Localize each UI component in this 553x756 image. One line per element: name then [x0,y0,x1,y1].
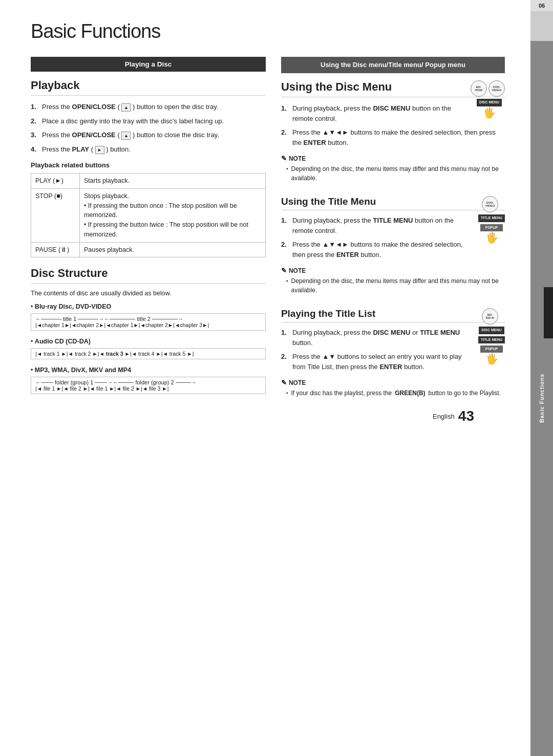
chapter-number: 06 [530,0,553,11]
title-list-icons: BD-RE/-R DISC MENU TITLE MENU POPUP 🖐 [475,308,505,364]
open-close-icon: ▲ [121,103,131,112]
disc-subsection-mp3: • MP3, WMA, DivX, MKV and MP4 ← folder (… [31,366,266,394]
title-menu-section: DVD-VIDEO TITLE MENU POPUP 🖐 Using the T… [281,196,505,300]
title-list-remote: DISC MENU TITLE MENU POPUP 🖐 [478,327,505,364]
play-icon: ► [95,146,104,154]
black-accent-block [544,287,553,338]
pause-value: Pauses playback. [80,242,266,257]
section-header-disc-menu-bar: Using the Disc menu/Title menu/ Popup me… [281,57,505,73]
mp3-diagram: ← folder (group) 1 →← folder (group) 2 → [31,377,266,394]
dvd-video-badge2: DVD-VIDEO [482,196,498,212]
bluray-diagram: ← title 1 →← title 2 → |◄chapter 1►|◄cha [31,313,266,331]
title-menu-remote: TITLE MENU POPUP 🖐 [478,214,505,243]
stop-key: STOP (■) [31,188,80,242]
playback-step-4: Press the PLAY ( ► ) button. [31,144,266,155]
table-row: PAUSE (⏸) Pauses playback. [31,242,266,257]
title-list-steps: During playback, press the DISC MENU or … [281,328,505,372]
play-key: PLAY (►) [31,174,80,189]
disc-menu-note: NOTE Depending on the disc, the menu ite… [281,155,505,183]
table-row: PLAY (►) Starts playback. [31,174,266,189]
page-title: Basic Functions [31,20,505,42]
title-menu-note: NOTE Depending on the disc, the menu ite… [281,267,505,295]
title-list-section: BD-RE/-R DISC MENU TITLE MENU POPUP 🖐 Pl… [281,308,505,403]
footer-text: English [433,413,455,420]
playback-table: PLAY (►) Starts playback. STOP (■) Stops… [31,173,266,257]
title-list-step-1: During playback, press the DISC MENU or … [281,328,469,348]
pause-key: PAUSE (⏸) [31,242,80,257]
disc-menu-step-1: During playback, press the DISC MENU but… [281,103,464,123]
title-menu-icons: DVD-VIDEO TITLE MENU POPUP 🖐 [475,196,505,243]
playback-step-2: Place a disc gently into the tray with t… [31,116,266,126]
section-title-playback: Playback [31,79,266,96]
section-header-playing-disc: Playing a Disc [31,57,266,72]
disc-menu-icons: BD-ROM DVD-VIDEO DISC MENU 🖐 [471,80,505,117]
play-value: Starts playback. [80,174,266,189]
page-number: 43 [458,408,474,424]
disc-menu-remote: DISC MENU 🖐 [477,99,502,117]
playback-buttons-label: Playback related buttons [31,161,266,169]
side-tab: 06 Basic Functions [530,0,553,756]
playback-steps: Press the OPEN/CLOSE ( ▲ ) button to ope… [31,102,266,154]
title-menu-steps: During playback, press the TITLE MENU bu… [281,215,505,260]
section-title-disc-structure: Disc Structure [31,267,266,284]
footer: English 43 [31,403,505,429]
title-list-step-2: Press the ▲▼ buttons to select an entry … [281,352,469,372]
disc-structure-intro: The contents of disc are usually divided… [31,290,266,297]
disc-menu-step-2: Press the ▲▼◄► buttons to make the desir… [281,127,505,147]
title-menu-step-1: During playback, press the TITLE MENU bu… [281,215,469,235]
disc-menu-section: BD-ROM DVD-VIDEO DISC MENU 🖐 Using the D… [281,80,505,188]
bd-re-badge: BD-RE/-R [482,308,498,325]
chapter-label: Basic Functions [539,374,545,423]
dvd-video-badge: DVD-VIDEO [488,80,505,97]
playback-step-3: Press the OPEN/CLOSE ( ▲ ) button to clo… [31,130,266,140]
playback-step-1: Press the OPEN/CLOSE ( ▲ ) button to ope… [31,102,266,112]
disc-subsection-bluray: • Blu-ray Disc, DVD-VIDEO ← title 1 →← t… [31,303,266,331]
table-row: STOP (■) Stops playback. If pressing the… [31,188,266,242]
title-list-note: NOTE If your disc has the playlist, pres… [281,379,505,398]
stop-value: Stops playback. If pressing the button o… [80,188,266,242]
open-close-icon2: ▲ [121,132,131,140]
bd-rom-badge: BD-ROM [471,80,487,97]
audiocd-diagram: |◄ track 1 ►|◄ track 2 ►|◄ track 3 ►|◄ t… [31,348,266,359]
disc-subsection-audiocd: • Audio CD (CD-DA) |◄ track 1 ►|◄ track … [31,338,266,359]
section-title-title-list: Playing the Title List [281,308,505,322]
section-title-title-menu: Using the Title Menu [281,196,505,210]
title-menu-step-2: Press the ▲▼◄► buttons to make the desir… [281,240,469,260]
